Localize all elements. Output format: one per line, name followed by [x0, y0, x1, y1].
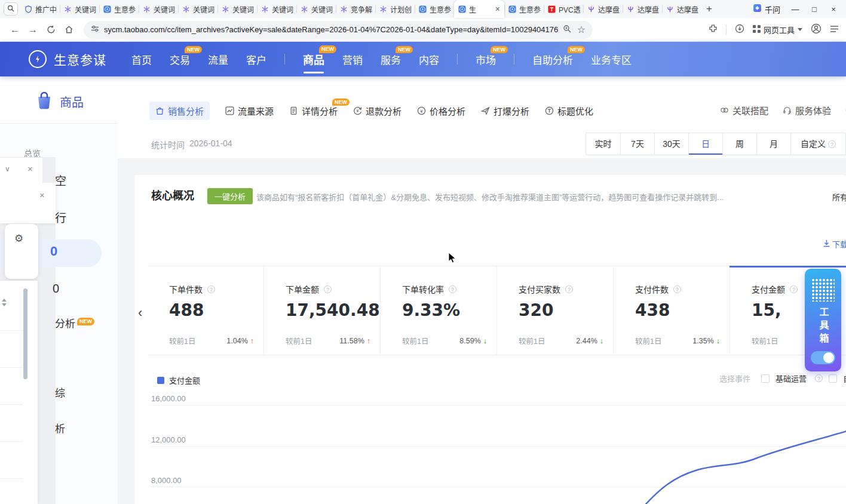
close-icon[interactable]: ×	[39, 190, 45, 200]
sidebar-item-fragment[interactable]: 空	[55, 172, 66, 188]
metric-card-下单金额[interactable]: 下单金额?17,540.48较前1日11.58%↑	[263, 266, 380, 355]
address-bar[interactable]: sycm.taobao.com/cc/item_archives?activeK…	[84, 21, 593, 39]
webtools-menu[interactable]: 网页工具	[753, 24, 802, 35]
help-icon[interactable]: ?	[207, 285, 215, 293]
sidebar-item-fragment[interactable]: 行	[55, 209, 66, 225]
sort-control[interactable]	[2, 299, 7, 306]
sidebar-item-fragment[interactable]: 0	[50, 244, 57, 259]
toolbox-toggle[interactable]	[811, 351, 835, 364]
nav-item-首页[interactable]: 首页	[131, 52, 152, 67]
range-实时[interactable]: 实时	[586, 133, 620, 155]
browser-tab[interactable]: 推广中	[20, 0, 60, 18]
tab-打爆分析[interactable]: 打爆分析	[481, 105, 529, 117]
tab-退款分析[interactable]: ¥退款分析	[353, 105, 401, 117]
browser-tab[interactable]: 生意参	[504, 0, 544, 18]
home-button[interactable]	[61, 22, 76, 38]
sidebar-item-fragment[interactable]: 综	[55, 385, 65, 399]
profile-avatar[interactable]	[811, 23, 822, 36]
browser-tab[interactable]: 竞争解	[336, 0, 375, 18]
browser-tab[interactable]: 关键词	[296, 0, 336, 18]
refresh-button[interactable]	[43, 22, 59, 38]
nav-item-市场[interactable]: 市场NEW	[476, 52, 496, 67]
qianwen-assistant-button[interactable]: 千问	[753, 4, 780, 15]
one-click-analyze-button[interactable]: 一键分析	[207, 188, 253, 204]
browser-tab[interactable]: 达摩盘	[662, 0, 701, 18]
nav-item-商品[interactable]: 商品NEW	[303, 51, 324, 67]
nav-item-自助分析[interactable]: 自助分析NEW	[532, 52, 573, 67]
bookmark-star-icon[interactable]: ☆	[577, 24, 586, 35]
browser-tab[interactable]: 计划创	[375, 0, 415, 18]
window-close-button[interactable]: ×	[829, 5, 838, 14]
event-checkbox[interactable]	[761, 374, 770, 383]
range-日[interactable]: 日	[688, 133, 722, 155]
toolbox-widget[interactable]: 工具箱	[805, 269, 841, 371]
help-icon[interactable]: ?	[449, 285, 456, 293]
browser-tab[interactable]: PVC透	[544, 0, 583, 18]
scrollbar-thumb[interactable]	[23, 288, 27, 379]
event-checkbox[interactable]	[829, 374, 837, 383]
browser-tab[interactable]: 达摩盘	[623, 0, 662, 18]
tab-close-icon[interactable]: ×	[495, 5, 500, 13]
link-关联搭配[interactable]: 关联搭配	[720, 104, 768, 116]
help-icon[interactable]: ?	[828, 140, 836, 148]
tab-标题优化[interactable]: 标题优化	[545, 105, 593, 117]
nav-item-流量[interactable]: 流量	[208, 52, 228, 67]
zoom-icon[interactable]	[563, 24, 571, 35]
new-tab-button[interactable]: +	[701, 1, 717, 17]
range-周[interactable]: 周	[722, 133, 756, 155]
tab-价格分析[interactable]: ¥价格分析	[417, 105, 465, 117]
nav-item-交易[interactable]: 交易NEW	[170, 52, 190, 67]
nav-item-营销[interactable]: 营销	[342, 52, 363, 67]
browser-tab[interactable]: 关键词	[139, 0, 178, 18]
browser-menu-icon[interactable]	[830, 24, 839, 35]
help-icon[interactable]: ?	[324, 285, 332, 293]
browser-tab[interactable]: 生意参	[99, 0, 139, 18]
nav-item-客户[interactable]: 客户	[246, 52, 266, 67]
extensions-icon[interactable]	[709, 24, 718, 35]
nav-item-内容[interactable]: 内容	[419, 52, 439, 67]
metric-card-下单转化率[interactable]: 下单转化率?9.33%较前1日8.59%↓	[380, 266, 496, 355]
tab-search-button[interactable]	[4, 2, 18, 16]
metric-card-下单件数[interactable]: 下单件数?488较前1日1.04%↑	[148, 266, 263, 355]
forward-button[interactable]: →	[25, 22, 41, 38]
sidebar-item-fragment[interactable]: 分析NEW	[55, 315, 94, 330]
metric-card-支付件数[interactable]: 支付件数?438较前1日1.35%↓	[613, 266, 729, 355]
help-icon[interactable]: ?	[565, 285, 573, 293]
nav-item-业务专区[interactable]: 业务专区	[591, 52, 632, 67]
sidebar-item-fragment[interactable]: 析	[55, 420, 65, 435]
tab-详情分析[interactable]: 详情分析NEW	[289, 105, 338, 117]
browser-tab[interactable]: 达摩盘	[583, 0, 623, 18]
downloads-icon[interactable]	[735, 24, 744, 36]
range-月[interactable]: 月	[756, 133, 790, 155]
browser-tab[interactable]: 关键词	[60, 0, 99, 18]
window-maximize-button[interactable]: □	[810, 5, 819, 14]
browser-tab[interactable]: 关键词	[178, 0, 217, 18]
help-icon[interactable]: ?	[673, 285, 681, 293]
tab-流量来源[interactable]: 流量来源	[225, 105, 274, 117]
sidebar-item-fragment[interactable]: 0	[53, 282, 59, 296]
chart-legend[interactable]: 支付金额	[157, 374, 200, 386]
collapse-chevron-icon[interactable]: ∨	[5, 165, 10, 173]
browser-tab[interactable]: 关键词	[217, 0, 257, 18]
cards-scroll-left-chevron[interactable]: ‹	[138, 305, 142, 321]
close-icon[interactable]: ×	[27, 164, 33, 174]
window-minimize-button[interactable]: —	[791, 5, 799, 14]
download-link[interactable]: 下载	[823, 238, 846, 250]
nav-item-服务[interactable]: 服务NEW	[381, 52, 401, 67]
browser-tab[interactable]: 生×	[454, 0, 504, 18]
range-30天[interactable]: 30天	[654, 133, 688, 155]
browser-tab[interactable]: 关键词	[257, 0, 296, 18]
back-button[interactable]: ←	[7, 22, 23, 38]
overview-right-link[interactable]: 所有	[832, 191, 846, 202]
help-icon[interactable]: ?	[815, 374, 823, 382]
range-7天[interactable]: 7天	[620, 133, 654, 155]
site-settings-icon[interactable]	[91, 24, 99, 35]
gear-icon[interactable]: ⚙	[14, 232, 23, 245]
browser-tab[interactable]: 生意参	[415, 0, 454, 18]
range-自定义[interactable]: 自定义?	[790, 133, 845, 155]
url-text[interactable]: sycm.taobao.com/cc/item_archives?activeK…	[104, 25, 558, 34]
metric-card-支付买家数[interactable]: 支付买家数?320较前1日2.44%↓	[496, 266, 613, 355]
help-icon[interactable]: ?	[790, 285, 798, 293]
tab-销售分析[interactable]: 销售分析	[149, 102, 210, 120]
link-服务体验[interactable]: 服务体验	[783, 104, 831, 116]
